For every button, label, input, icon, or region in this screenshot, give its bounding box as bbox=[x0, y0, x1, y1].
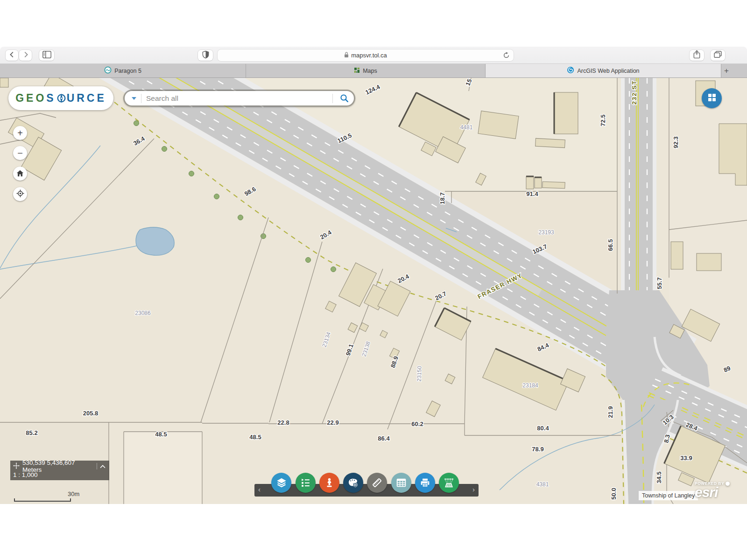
dimension-label: 60.2 bbox=[411, 420, 423, 427]
locate-icon bbox=[16, 189, 24, 200]
address-bar[interactable]: mapsvr.tol.ca bbox=[218, 49, 514, 61]
tree-icon bbox=[306, 258, 311, 263]
privacy-shield-button[interactable] bbox=[198, 50, 213, 61]
dimension-label: 50.0 bbox=[610, 488, 617, 499]
toolbar-scroll-left-icon[interactable]: ‹ bbox=[258, 485, 261, 493]
parcel-number-label: 23193 bbox=[538, 229, 554, 236]
tab-arcgis[interactable]: ArcGIS Web Application bbox=[486, 64, 721, 77]
parcel-number-label: 23184 bbox=[522, 382, 538, 389]
share-button[interactable] bbox=[690, 50, 704, 61]
refresh-icon[interactable] bbox=[503, 52, 510, 60]
minus-icon: − bbox=[17, 148, 23, 159]
forward-icon bbox=[21, 50, 30, 61]
map-attribution: Township of Langley bbox=[639, 491, 698, 500]
forward-button[interactable] bbox=[19, 50, 32, 61]
screenshot: mapsvr.tol.ca Paragon 5 Maps ArcGIS bbox=[0, 0, 747, 560]
collapse-chevron-icon[interactable] bbox=[100, 463, 106, 470]
apps-grid-button[interactable] bbox=[702, 88, 722, 108]
attribute-table-icon bbox=[395, 477, 407, 489]
tree-icon bbox=[331, 267, 336, 272]
url-text: mapsvr.tol.ca bbox=[351, 52, 387, 59]
dimension-label: 21.9 bbox=[607, 406, 614, 418]
dimension-label: 205.8 bbox=[83, 410, 99, 417]
lock-icon bbox=[344, 52, 349, 59]
plus-icon: + bbox=[724, 66, 729, 76]
logo-text-geo: GEO bbox=[15, 92, 46, 105]
arcgis-icon bbox=[567, 66, 574, 75]
search-dropdown-caret-icon[interactable] bbox=[132, 97, 136, 100]
layers-icon bbox=[275, 477, 288, 489]
dimension-label: 22.9 bbox=[327, 419, 338, 426]
locate-button[interactable] bbox=[13, 187, 27, 201]
logo-text-urce: URCE bbox=[67, 92, 106, 105]
draw-button[interactable] bbox=[343, 473, 363, 493]
parcel-number-label: 23086 bbox=[135, 310, 151, 316]
scale-bar-label: 30m bbox=[68, 490, 79, 497]
scale-bar: 30m bbox=[14, 490, 98, 503]
measure-button[interactable] bbox=[367, 473, 387, 493]
new-tab-button[interactable]: + bbox=[721, 64, 747, 77]
dimension-label: 80.4 bbox=[537, 425, 549, 432]
survey-button[interactable] bbox=[439, 473, 459, 493]
dimension-label: 72.5 bbox=[599, 114, 606, 126]
building bbox=[697, 253, 721, 271]
back-button[interactable] bbox=[6, 50, 18, 61]
attribute-table-button[interactable] bbox=[391, 473, 411, 493]
dimension-label: 85.2 bbox=[26, 429, 37, 436]
identify-button[interactable] bbox=[319, 473, 339, 493]
parcel-number-label: 4481 bbox=[460, 124, 473, 131]
road-name-label: 232 ST bbox=[631, 80, 638, 105]
measure-icon bbox=[371, 477, 383, 489]
geosource-logo: GEOSURCE bbox=[8, 86, 113, 110]
building bbox=[543, 182, 565, 189]
shield-icon bbox=[202, 50, 209, 61]
crosshair-icon[interactable] bbox=[13, 462, 20, 470]
dimension-label: 18.7 bbox=[439, 192, 446, 204]
map-canvas[interactable]: 124.4110.536.498.620.41591.418.7103.766.… bbox=[0, 78, 747, 504]
tab-label: Maps bbox=[363, 68, 377, 74]
tab-maps[interactable]: Maps bbox=[246, 64, 486, 77]
legend-button[interactable] bbox=[296, 473, 316, 493]
dimension-label: 48.5 bbox=[155, 431, 167, 438]
logo-text-s: S bbox=[46, 92, 56, 105]
search-icon[interactable] bbox=[339, 93, 349, 103]
print-button[interactable] bbox=[415, 473, 435, 493]
dimension-label: 34.5 bbox=[655, 471, 662, 483]
zoom-in-button[interactable]: + bbox=[13, 126, 27, 140]
tab-bar: Paragon 5 Maps ArcGIS Web Application + bbox=[0, 64, 747, 78]
zoom-out-button[interactable]: − bbox=[13, 146, 27, 160]
browser-window: mapsvr.tol.ca Paragon 5 Maps ArcGIS bbox=[0, 47, 747, 504]
dimension-label: 66.5 bbox=[607, 239, 614, 251]
dimension-label: 86.4 bbox=[378, 435, 390, 442]
pond bbox=[136, 227, 174, 255]
tabs-overview-button[interactable] bbox=[711, 50, 725, 61]
tree-icon bbox=[162, 147, 167, 152]
dimension-label: 22.8 bbox=[277, 419, 289, 426]
browser-toolbar: mapsvr.tol.ca bbox=[0, 47, 747, 64]
dimension-label: 92.3 bbox=[672, 136, 679, 148]
search-input[interactable] bbox=[146, 94, 328, 103]
tab-paragon5[interactable]: Paragon 5 bbox=[0, 64, 246, 77]
toolbar-scroll-right-icon[interactable]: › bbox=[472, 485, 475, 493]
esri-logo: POWERED BY esri bbox=[695, 481, 730, 499]
building bbox=[0, 78, 8, 87]
survey-icon bbox=[443, 477, 455, 489]
parcel-number-label: 4381 bbox=[536, 481, 549, 488]
building bbox=[535, 177, 542, 188]
map-viewport: 124.4110.536.498.620.41591.418.7103.766.… bbox=[0, 78, 747, 504]
sidebar-icon bbox=[42, 51, 51, 60]
print-icon bbox=[419, 477, 431, 489]
back-icon bbox=[8, 50, 16, 61]
layers-button[interactable] bbox=[271, 473, 291, 493]
home-button[interactable] bbox=[13, 167, 27, 181]
divider bbox=[141, 94, 141, 103]
232-st-road bbox=[621, 78, 656, 321]
sidebar-button[interactable] bbox=[39, 50, 54, 61]
dimension-label: 48.5 bbox=[249, 434, 261, 441]
tree-icon bbox=[134, 121, 139, 126]
parcel-number-label: 23150 bbox=[416, 366, 423, 382]
tabs-icon bbox=[714, 51, 722, 60]
draw-icon bbox=[347, 477, 359, 489]
dimension-label: 55.7 bbox=[656, 277, 663, 289]
esri-globe-icon bbox=[726, 482, 730, 486]
